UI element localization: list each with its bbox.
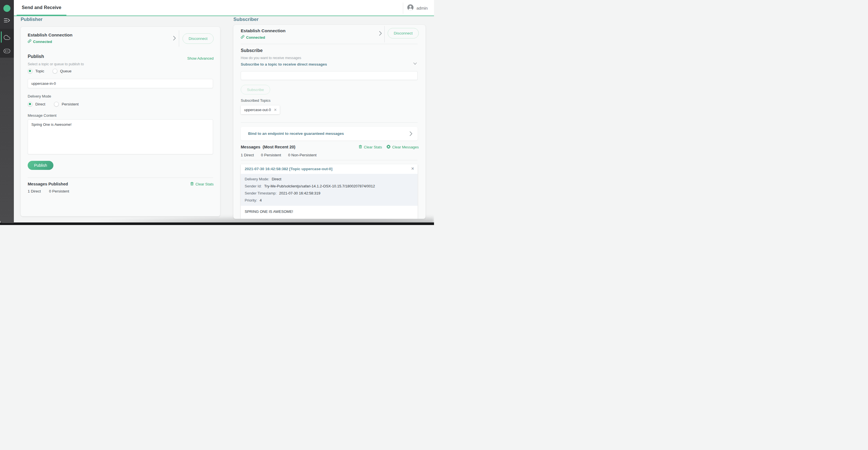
subscribe-section-title: Subscribe [241, 48, 262, 53]
circle-x-icon [386, 145, 391, 150]
subscriber-heading: Subscriber [234, 17, 258, 22]
field-value: Direct [272, 177, 281, 181]
subscriber-stat-direct: 1 Direct [241, 153, 254, 157]
message-field: Priority:4 [245, 198, 414, 202]
publisher-clear-stats-link[interactable]: Clear Stats [190, 182, 214, 186]
radio-persistent-circle[interactable] [54, 102, 59, 107]
publisher-connection-title: Establish Connection [28, 32, 72, 38]
publisher-clear-stats-label: Clear Stats [195, 182, 214, 186]
message-header-text[interactable]: 2021-07-30 16:42:58:382 [Topic uppercase… [245, 167, 332, 171]
publish-button[interactable]: Publish [28, 161, 53, 170]
message-content-textarea[interactable]: Spring One is Awesome! [28, 119, 213, 154]
subscriber-disconnect-button[interactable]: Disconnect [388, 28, 419, 38]
radio-topic-circle[interactable] [28, 69, 32, 73]
field-value: 2021-07-30 16:42:58:319 [279, 191, 320, 195]
topbar: Send and Receive admin [14, 0, 434, 16]
radio-persistent-label: Persistent [62, 102, 79, 106]
bind-endpoint-row[interactable]: Bind to an endpoint to receive guarantee… [241, 127, 417, 141]
subscribed-topic-chip: uppercase-out-0 ✕ [241, 106, 280, 114]
remove-topic-icon[interactable]: ✕ [274, 108, 277, 112]
bind-endpoint-label: Bind to an endpoint to receive guarantee… [248, 131, 344, 136]
section-divider [241, 44, 417, 44]
window-bottom-edge [0, 222, 434, 225]
tab-label: Send and Receive [22, 5, 61, 10]
message-field: Delivery Mode:Direct [245, 177, 414, 181]
publisher-heading: Publisher [21, 17, 42, 22]
field-value: 4 [260, 198, 261, 202]
radio-direct-circle[interactable] [28, 102, 32, 107]
person-icon [407, 4, 414, 12]
publish-section-subtitle: Select a topic or queue to publish to [28, 62, 84, 66]
app-logo [3, 5, 10, 12]
radio-persistent[interactable]: Persistent [54, 102, 79, 107]
expand-menu-icon[interactable] [0, 18, 14, 23]
publisher-panel: Establish Connection Connected Disconnec… [21, 27, 220, 216]
subscriber-clear-stats-link[interactable]: Clear Stats [359, 145, 382, 150]
username: admin [416, 6, 428, 10]
publisher-stat-persistent: 0 Persistent [49, 189, 69, 193]
sidebar-top-band [0, 0, 14, 29]
publisher-disconnect-button[interactable]: Disconnect [183, 33, 214, 44]
try-me-app: { "topbar": { "tab": "Send and Receive",… [0, 0, 434, 225]
radio-direct[interactable]: Direct [28, 102, 45, 107]
message-field: Sender Timestamp:2021-07-30 16:42:58:319 [245, 191, 414, 195]
publisher-connection-status: Connected [28, 39, 52, 44]
subscriber-connected-label: Connected [246, 35, 265, 39]
field-label: Sender Timestamp: [245, 191, 277, 195]
close-icon[interactable]: ✕ [411, 167, 414, 171]
publisher-stats-row: 1 Direct 0 Persistent [28, 189, 69, 193]
publisher-connected-label: Connected [33, 39, 52, 44]
radio-topic-label: Topic [35, 69, 44, 73]
field-value: Try-Me-Pub/solclientjs/safari-14.1.2-OSX… [264, 184, 375, 188]
subscriber-panel: Establish Connection Connected Disconnec… [234, 25, 426, 219]
radio-queue-label: Queue [60, 69, 72, 73]
radio-queue[interactable]: Queue [53, 69, 72, 73]
toggle-nav-icon[interactable] [0, 49, 14, 53]
message-content-label: Message Content [28, 113, 57, 118]
message-header: 2021-07-30 16:42:58:382 [Topic uppercase… [241, 164, 417, 174]
field-label: Sender Id: [245, 184, 261, 188]
sidebar [0, 0, 14, 223]
subscriber-clear-stats-label: Clear Stats [364, 145, 382, 149]
subscriber-connection-title: Establish Connection [241, 28, 285, 33]
radio-direct-label: Direct [35, 102, 45, 106]
chevron-right-icon[interactable] [378, 30, 382, 38]
publish-topic-input[interactable] [28, 79, 213, 88]
messages-published-title: Messages Published [28, 182, 68, 186]
field-label: Priority: [245, 198, 257, 202]
messages-section-title: Messages (Most Recent 20) [241, 145, 295, 149]
user-menu[interactable]: admin [407, 0, 428, 16]
subscriber-stat-nonpersistent: 0 Non-Persistent [288, 153, 317, 157]
message-field: Sender Id:Try-Me-Pub/solclientjs/safari-… [245, 184, 414, 188]
tab-send-and-receive[interactable]: Send and Receive [17, 0, 66, 16]
subscribed-topics-label: Subscribed Topics [241, 98, 270, 102]
subscriber-stats-row: 1 Direct 0 Persistent 0 Non-Persistent [241, 153, 316, 157]
subscribe-button[interactable]: Subscribe [241, 85, 270, 94]
topbar-divider [403, 3, 403, 14]
subscriber-stat-persistent: 0 Persistent [261, 153, 281, 157]
trash-icon [190, 182, 194, 186]
messages-actions: Clear Stats Clear Messages [359, 145, 419, 150]
subscribe-section-subtitle: How do you want to receive messages [241, 56, 301, 60]
cloud-nav-icon[interactable] [0, 34, 14, 41]
publish-section-title: Publish [28, 54, 44, 59]
tab-active-underline [17, 15, 66, 16]
clear-messages-label: Clear Messages [392, 145, 419, 149]
connection-divider [179, 30, 179, 47]
subscribed-topic-name: uppercase-out-0 [244, 108, 274, 112]
clear-messages-link[interactable]: Clear Messages [386, 145, 419, 150]
trash-icon [359, 145, 362, 150]
chevron-down-icon[interactable] [412, 61, 417, 67]
radio-topic[interactable]: Topic [28, 69, 44, 73]
message-details: Delivery Mode:Direct Sender Id:Try-Me-Pu… [241, 174, 417, 206]
chevron-right-icon [409, 130, 413, 138]
connection-divider [384, 26, 384, 42]
link-icon [241, 35, 244, 39]
show-advanced-link[interactable]: Show Advanced [187, 56, 214, 60]
subscribe-topic-row-label[interactable]: Subscribe to a topic to receive direct m… [241, 62, 327, 66]
field-label: Delivery Mode: [245, 177, 269, 181]
radio-queue-circle[interactable] [53, 69, 57, 73]
subscribe-topic-input[interactable] [241, 71, 417, 80]
publisher-stat-direct: 1 Direct [28, 189, 41, 193]
chevron-right-icon[interactable] [172, 35, 177, 43]
